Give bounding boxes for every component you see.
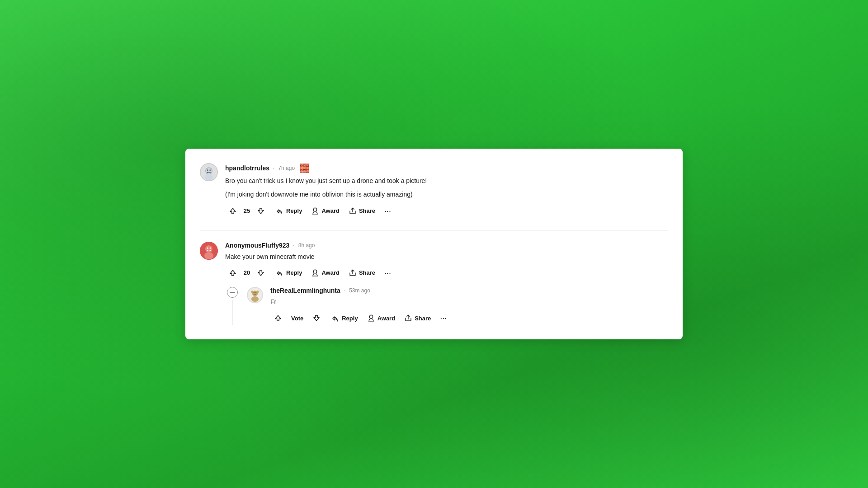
- comment-1-text: Bro you can't trick us I know you just s…: [225, 176, 668, 200]
- reply-button-reply-1[interactable]: Reply: [328, 311, 361, 325]
- comment-2-main: AnonymousFluffy923 · 8h ago Make your ow…: [200, 242, 668, 325]
- svg-point-11: [204, 252, 213, 259]
- award-button-reply-1[interactable]: Award: [363, 311, 399, 325]
- collapse-button-1[interactable]: [227, 287, 238, 298]
- award-icon-2: [311, 269, 319, 277]
- avatar-2: [200, 242, 218, 260]
- downvote-reply-button[interactable]: [309, 311, 324, 325]
- share-icon-2: [349, 269, 357, 277]
- svg-point-10: [210, 247, 211, 249]
- comment-2-actions: 20 Reply: [225, 266, 668, 280]
- reply-icon-2: [276, 269, 284, 277]
- share-icon-1: [349, 207, 357, 215]
- award-button-1[interactable]: Award: [307, 204, 343, 218]
- share-button-reply-1[interactable]: Share: [401, 311, 434, 325]
- reply-1-meta: theRealLemmlinghunta · 53m ago: [270, 287, 668, 294]
- vote-group-1: 25: [225, 204, 269, 218]
- svg-point-4: [209, 169, 211, 171]
- upvote-button-1[interactable]: [225, 204, 241, 218]
- upvote-reply-icon: [274, 314, 282, 322]
- collapse-wrap-1: [225, 287, 240, 325]
- thread-line-1: [232, 300, 233, 325]
- timestamp-1: 7h ago: [278, 165, 295, 171]
- vote-count-1: 25: [242, 207, 251, 214]
- reply-button-2[interactable]: Reply: [272, 266, 306, 280]
- nested-section-1: theRealLemmlinghunta · 53m ago Fr: [225, 287, 668, 325]
- vote-count-2: 20: [242, 269, 251, 276]
- username-1[interactable]: hpandlotrrules: [225, 164, 269, 172]
- svg-point-6: [314, 208, 317, 211]
- reply-1: theRealLemmlinghunta · 53m ago Fr: [247, 287, 668, 325]
- svg-point-21: [369, 315, 373, 319]
- dot-1: ·: [273, 165, 274, 171]
- downvote-reply-icon: [312, 314, 321, 322]
- award-button-2[interactable]: Award: [307, 266, 343, 280]
- svg-point-17: [255, 292, 256, 293]
- downvote-icon-1: [257, 207, 265, 215]
- reply-1-body: theRealLemmlinghunta · 53m ago Fr: [270, 287, 668, 325]
- reply-button-1[interactable]: Reply: [272, 204, 306, 218]
- reply-1-text: Fr: [270, 297, 668, 307]
- more-button-1[interactable]: ···: [381, 204, 395, 218]
- upvote-reply-button[interactable]: [270, 311, 286, 325]
- svg-point-12: [314, 270, 317, 273]
- vote-group-reply-1: Vote: [270, 311, 324, 325]
- share-button-1[interactable]: Share: [345, 204, 379, 218]
- reply-icon-reply-1: [331, 314, 340, 322]
- svg-point-3: [207, 169, 208, 171]
- share-icon-reply-1: [404, 314, 412, 322]
- dot-2: ·: [293, 242, 294, 249]
- svg-point-5: [205, 174, 213, 180]
- downvote-icon-2: [257, 269, 265, 277]
- upvote-icon-2: [229, 269, 237, 277]
- comment-2-body: AnonymousFluffy923 · 8h ago Make your ow…: [225, 242, 668, 325]
- reply-1-actions: Vote: [270, 311, 668, 325]
- svg-point-16: [254, 292, 255, 293]
- badge-1: 🧱: [299, 163, 309, 173]
- more-button-reply-1[interactable]: ···: [436, 311, 450, 325]
- comment-1-body: hpandlotrrules · 7h ago 🧱 Bro you can't …: [225, 163, 668, 218]
- vote-label-reply: Vote: [288, 312, 307, 324]
- upvote-button-2[interactable]: [225, 266, 241, 280]
- vote-group-2: 20: [225, 266, 269, 280]
- reply-icon-1: [276, 207, 284, 215]
- dot-reply-1: ·: [344, 287, 345, 294]
- upvote-icon-1: [229, 207, 237, 215]
- svg-point-20: [251, 296, 259, 302]
- comment-1: hpandlotrrules · 7h ago 🧱 Bro you can't …: [200, 163, 668, 218]
- nested-content-1: theRealLemmlinghunta · 53m ago Fr: [240, 287, 668, 325]
- svg-point-9: [207, 247, 208, 249]
- comment-1-actions: 25 Reply: [225, 204, 668, 218]
- more-button-2[interactable]: ···: [381, 266, 395, 280]
- minus-icon-1: [229, 289, 236, 296]
- downvote-button-2[interactable]: [253, 266, 269, 280]
- avatar-3: [247, 287, 263, 303]
- svg-point-8: [205, 245, 212, 253]
- comments-card: hpandlotrrules · 7h ago 🧱 Bro you can't …: [185, 149, 683, 340]
- username-2[interactable]: AnonymousFluffy923: [225, 242, 289, 249]
- avatar-1: [200, 163, 218, 181]
- divider-1: [200, 230, 668, 231]
- timestamp-reply-1: 53m ago: [349, 287, 370, 294]
- comment-1-meta: hpandlotrrules · 7h ago 🧱: [225, 163, 668, 173]
- timestamp-2: 8h ago: [298, 242, 315, 249]
- downvote-button-1[interactable]: [253, 204, 269, 218]
- comment-2-text: Make your own minecraft movie: [225, 252, 668, 262]
- username-reply-1[interactable]: theRealLemmlinghunta: [270, 287, 340, 294]
- comment-2-meta: AnonymousFluffy923 · 8h ago: [225, 242, 668, 249]
- award-icon-reply-1: [367, 314, 375, 322]
- award-icon-1: [311, 207, 319, 215]
- share-button-2[interactable]: Share: [345, 266, 379, 280]
